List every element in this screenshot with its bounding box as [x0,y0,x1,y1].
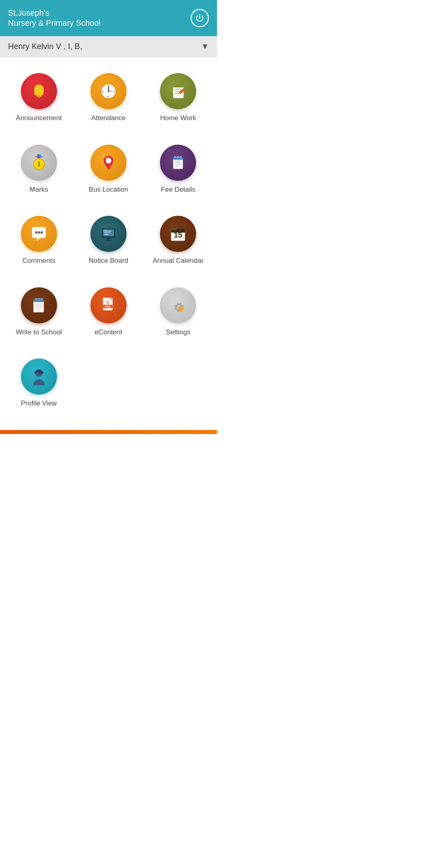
homework-icon [160,73,196,109]
menu-item-homework[interactable]: Home Work [143,65,213,137]
homework-label: Home Work [160,114,196,122]
settings-label: Settings [166,328,190,336]
svg-rect-60 [180,227,182,231]
menu-item-comments[interactable]: Comments [4,208,74,279]
app-header: St.Joseph's Nursery & Primary School [0,0,217,36]
svg-rect-55 [103,230,107,231]
menu-item-announcement[interactable]: Announcement [4,65,74,137]
menu-item-marks[interactable]: 1 Marks [4,137,74,208]
school-name-line1: St.Joseph's [8,8,100,18]
school-name: St.Joseph's Nursery & Primary School [8,8,100,28]
power-icon [195,13,205,23]
menu-item-econtent[interactable]: PDF eContent [74,279,143,351]
profile-label: Profile View [21,399,57,407]
svg-point-71 [41,298,42,300]
menu-grid: Announcement Attendance [0,57,217,430]
power-button[interactable] [190,9,209,27]
notice-label: Notice Board [89,257,128,265]
svg-text:15: 15 [174,231,183,239]
chevron-down-icon: ▼ [201,42,209,51]
svg-point-46 [38,231,40,234]
menu-item-attendance[interactable]: Attendance [74,65,143,137]
settings-icon [160,287,196,323]
svg-rect-25 [173,86,184,87]
menu-item-profile[interactable]: Profile View [4,350,74,422]
calendar-icon: 15 [160,216,196,252]
econtent-label: eContent [94,328,122,336]
svg-point-85 [37,373,38,374]
write-label: Write to School [16,328,62,336]
marks-icon: 1 [21,145,57,181]
footer-bar [0,430,217,434]
write-icon [21,287,57,323]
school-name-line2: Nursery & Primary School [8,18,100,28]
student-selector[interactable]: Henry Kelvin V , I, B, ▼ [0,36,217,57]
notice-icon [90,216,127,252]
svg-point-44 [180,156,182,158]
calendar-label: Annual Calendar [153,257,204,265]
student-name: Henry Kelvin V , I, B, [8,42,82,51]
svg-point-16 [108,90,109,92]
bus-icon [90,145,127,181]
menu-item-notice[interactable]: Notice Board [74,208,143,279]
menu-item-settings[interactable]: Settings [143,279,213,351]
menu-item-write[interactable]: Write to School [4,279,74,351]
svg-point-42 [174,156,176,158]
svg-rect-62 [172,228,177,230]
svg-point-45 [35,231,37,234]
menu-item-fee[interactable]: Fee Details [143,137,213,208]
fee-icon [160,145,196,181]
bus-label: Bus Location [89,186,128,194]
svg-point-70 [38,298,39,300]
svg-point-82 [180,308,182,309]
svg-point-43 [177,156,179,158]
svg-rect-84 [34,373,44,374]
svg-rect-54 [105,240,112,241]
profile-icon [21,358,57,395]
comments-icon [21,216,57,252]
menu-item-calendar[interactable]: 15 Annual Calendar [143,208,213,279]
announcement-label: Announcement [16,114,61,122]
announcement-icon [21,73,57,109]
attendance-icon [90,73,127,109]
marks-label: Marks [30,186,48,194]
svg-rect-6 [38,84,40,86]
attendance-label: Attendance [91,114,126,122]
fee-label: Fee Details [161,186,195,194]
svg-text:PDF: PDF [105,305,111,308]
menu-item-bus[interactable]: Bus Location [74,137,143,208]
comments-label: Comments [23,257,55,265]
econtent-icon: PDF [90,287,127,323]
svg-point-69 [35,298,37,300]
svg-point-47 [41,231,43,234]
